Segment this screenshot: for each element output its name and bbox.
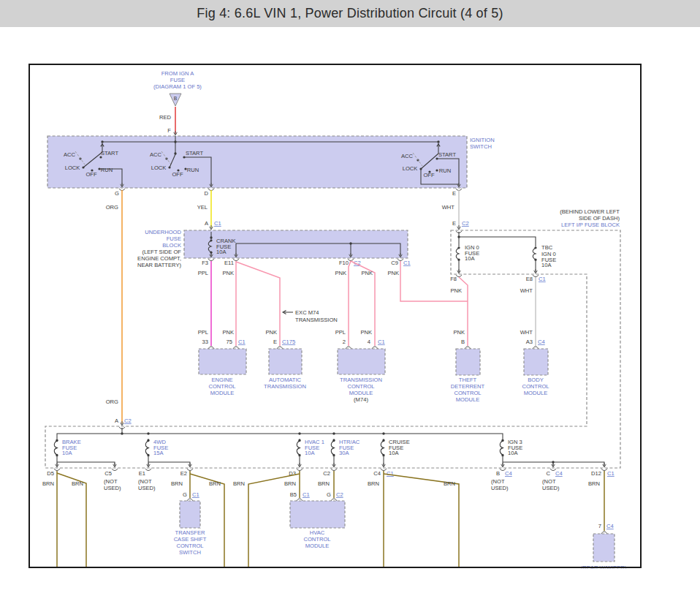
- pin-e2: E2: [180, 470, 187, 477]
- svg-text:15A: 15A: [153, 450, 164, 456]
- pnk-wire-f10-2: [349, 261, 351, 346]
- hvac-label-1: HVAC: [310, 529, 325, 536]
- hvac-label-3: MODULE: [305, 543, 330, 549]
- pin-g1-conn: C1: [192, 491, 199, 498]
- tcm-label-4: (M74): [354, 396, 368, 403]
- svg-text:(NOT: (NOT: [542, 478, 556, 485]
- off-label: OFF: [172, 171, 183, 178]
- pin-d-label: D: [205, 190, 209, 197]
- wire-label: PPL: [198, 329, 208, 336]
- svg-text:BRN: BRN: [588, 480, 600, 487]
- start-label: START: [186, 150, 204, 156]
- svg-text:10A: 10A: [389, 450, 399, 456]
- terminal-c5: [112, 463, 118, 471]
- tbc-fuse-amps: 10A: [541, 262, 552, 268]
- htrac-fuse: [331, 439, 335, 457]
- tcm-label-1: TRANSMISSION: [340, 377, 382, 383]
- ufb-loc-3: NEAR BATTERY): [137, 262, 182, 268]
- wire-label: PNK: [222, 329, 234, 336]
- pin-g-label: G: [115, 190, 119, 197]
- pin-7-conn: C4: [606, 523, 614, 529]
- pin-e-conn: C175: [282, 339, 295, 345]
- pin-c: C: [547, 470, 551, 477]
- terminal-c2: [331, 463, 337, 471]
- pin-f-label: F: [167, 127, 171, 134]
- source-line-2: FUSE: [170, 77, 185, 83]
- theft-label-1: THEFT: [459, 377, 477, 383]
- 4wd-fuse: [145, 439, 149, 457]
- wht-wire-label: WHT: [442, 204, 455, 211]
- fuse-labels: BRAKE FUSE 10A 4WD FUSE 15A HVAC 1 FUSE …: [62, 439, 522, 456]
- acc-label: ACC: [64, 151, 76, 158]
- brake-fuse: [54, 439, 58, 457]
- svg-text:USED): USED): [491, 485, 509, 491]
- svg-text:10A: 10A: [305, 450, 315, 456]
- org-wire-label: ORG: [106, 204, 118, 211]
- svg-text:(NOT: (NOT: [138, 478, 152, 485]
- theft-label-4: MODULE: [456, 396, 480, 403]
- ign3-fuse: [500, 439, 503, 457]
- ecm-label-2: CONTROL: [208, 383, 235, 390]
- terminal-b: [500, 463, 506, 471]
- theft-label-3: CONTROL: [454, 390, 481, 396]
- at-label-1: AUTOMATIC: [269, 377, 302, 383]
- svg-text:USED): USED): [542, 485, 560, 491]
- pin-b2-conn: C4: [505, 470, 512, 477]
- lower-bus: [57, 434, 503, 439]
- pin-2: 2: [343, 339, 346, 345]
- ufb-name-1: UNDERHOOD: [145, 229, 181, 235]
- transmission-control-module-box: [338, 349, 385, 374]
- pin-c5: C5: [104, 470, 112, 477]
- pin-b2: B: [496, 470, 500, 477]
- pin-f3-label: F3: [202, 260, 208, 266]
- pin-c4-conn: C1: [387, 470, 394, 477]
- pin-b5-conn: C1: [303, 491, 310, 498]
- bcm-label-2: CONTROL: [522, 383, 549, 390]
- theft-deterrent-module-box: [456, 349, 480, 375]
- svg-text:BRN: BRN: [72, 480, 83, 487]
- ignition-switch-box: [47, 136, 467, 188]
- terminal-c: [550, 463, 556, 471]
- engine-control-module-box: [199, 349, 246, 374]
- pin-75: 75: [227, 339, 232, 345]
- tbc-ign0-fuse: [533, 246, 536, 261]
- acc-label: ACC: [401, 153, 414, 159]
- svg-text:BRN: BRN: [233, 480, 245, 487]
- pin-e8-label: E8: [526, 276, 533, 282]
- source-line-3: (DIAGRAM 1 OF 5): [153, 83, 202, 90]
- wire-label: PPL: [198, 270, 208, 276]
- svg-text:BRN: BRN: [42, 480, 54, 487]
- pin-f8-label: F8: [450, 276, 457, 282]
- terminal-e2: [187, 463, 193, 471]
- pin-4: 4: [368, 339, 370, 345]
- entry-a2-conn: C2: [124, 418, 132, 424]
- wire-label: PNK: [335, 270, 346, 276]
- ign0-fuse-amps: 10A: [465, 255, 475, 262]
- ecm-label-3: MODULE: [210, 390, 235, 396]
- bcm-label-1: BODY: [528, 377, 544, 383]
- ufb-name-3: BLOCK: [162, 242, 181, 249]
- brn-labels: BRN BRN BRN BRN BRN BRN BRN BRN BRN BRN: [42, 480, 600, 487]
- hvac-control-module-box: [290, 501, 345, 528]
- pin-c9-conn: C1: [403, 260, 411, 266]
- entry-e-conn: C2: [462, 220, 469, 227]
- tcm-label-2: CONTROL: [347, 383, 374, 390]
- ufb-loc-1: (LEFT SIDE OF: [142, 249, 182, 255]
- svg-text:(NOT: (NOT: [491, 478, 505, 485]
- pin-c2: C2: [323, 470, 330, 477]
- transfer-case-switch-box: [180, 501, 200, 528]
- run-label: RUN: [439, 167, 451, 174]
- wire-label: PNK: [222, 270, 234, 276]
- wiring-diagram-page: Fig 4: 6.6L VIN 1, Power Distribution Ci…: [0, 0, 700, 593]
- ignition-switch-name-1: IGNITION: [470, 137, 495, 143]
- module-row: 33 75 C1 E C175 2 4 C1 B A3 C4 ENGINE CO…: [199, 339, 549, 403]
- pin-b: B: [461, 339, 465, 345]
- svg-text:USED): USED): [138, 485, 156, 491]
- pin-e1: E1: [139, 470, 145, 477]
- pin-e: E: [273, 339, 277, 345]
- f8-wire-label: PNK: [450, 287, 462, 294]
- start-label: START: [438, 151, 457, 158]
- lock-label: LOCK: [151, 165, 167, 171]
- bottom-clip: [0, 569, 700, 593]
- pin-75-conn: C1: [238, 339, 246, 345]
